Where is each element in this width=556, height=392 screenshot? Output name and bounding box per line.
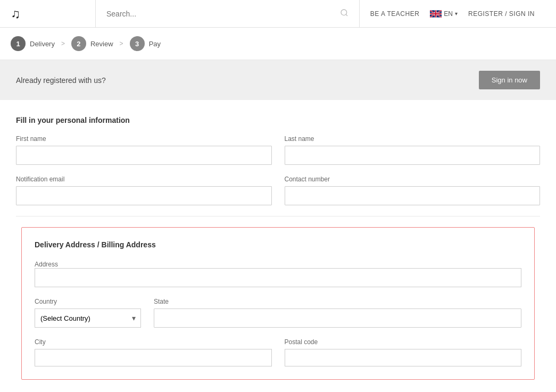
steps-bar: 1 Delivery > 2 Review > 3 Pay	[0, 28, 556, 60]
personal-info-section: Fill in your personal information First …	[16, 116, 540, 205]
name-row: First name Last name	[16, 135, 540, 165]
state-input[interactable]	[154, 308, 521, 328]
registered-banner: Already registered with us? Sign in now	[0, 60, 556, 100]
address-group: Address	[35, 260, 521, 298]
postal-code-input[interactable]	[285, 349, 522, 366]
be-teacher-link[interactable]: BE A TEACHER	[370, 10, 419, 18]
last-name-input[interactable]	[285, 146, 541, 165]
search-input[interactable]	[106, 10, 336, 18]
city-input[interactable]	[35, 349, 272, 366]
contact-number-input[interactable]	[285, 186, 541, 205]
svg-line-1	[346, 14, 347, 16]
address-section: Delivery Address / Billing Address Addre…	[21, 227, 535, 380]
city-postal-row: City Postal code	[35, 338, 521, 366]
step-2-label: Review	[90, 40, 113, 48]
contact-number-label: Contact number	[285, 176, 541, 183]
step-arrow-2: >	[120, 40, 123, 47]
sign-in-now-button[interactable]: Sign in now	[479, 71, 540, 89]
address-label: Address	[35, 261, 58, 268]
header: ♫ BE A TEACHER EN ▾ REGISTER / SIGN IN	[0, 0, 556, 28]
main-content: Fill in your personal information First …	[0, 100, 556, 392]
country-state-row: Country (Select Country) State	[35, 298, 521, 328]
city-group: City	[35, 338, 272, 366]
flag-icon	[430, 10, 442, 18]
postal-code-label: Postal code	[285, 338, 522, 346]
step-1-circle: 1	[11, 36, 26, 51]
section-divider	[16, 216, 540, 216]
logo-area: ♫	[11, 0, 96, 27]
state-group: State	[154, 298, 521, 328]
state-label: State	[154, 298, 521, 305]
register-signin-link[interactable]: REGISTER / SIGN IN	[468, 10, 535, 18]
address-input[interactable]	[35, 268, 521, 287]
svg-point-0	[341, 10, 347, 15]
step-2-circle: 2	[71, 36, 86, 51]
country-select-wrapper[interactable]: (Select Country)	[35, 308, 141, 328]
header-nav: BE A TEACHER EN ▾ REGISTER / SIGN IN	[360, 10, 545, 18]
language-selector[interactable]: EN ▾	[430, 10, 458, 18]
last-name-label: Last name	[285, 135, 541, 143]
language-chevron-icon: ▾	[455, 11, 458, 16]
step-1-label: Delivery	[30, 40, 55, 48]
city-label: City	[35, 338, 272, 346]
step-1: 1 Delivery	[11, 36, 55, 51]
country-select[interactable]: (Select Country)	[35, 308, 141, 328]
postal-group: Postal code	[285, 338, 522, 366]
first-name-label: First name	[16, 135, 272, 143]
step-arrow-1: >	[61, 40, 65, 47]
contact-group: Contact number	[285, 176, 541, 205]
registered-text: Already registered with us?	[16, 76, 106, 85]
step-3-circle: 3	[130, 36, 145, 51]
last-name-group: Last name	[285, 135, 541, 165]
music-logo-icon: ♫	[11, 6, 20, 21]
country-label: Country	[35, 298, 141, 305]
contact-row: Notification email Contact number	[16, 176, 540, 205]
notification-email-input[interactable]	[16, 186, 272, 205]
first-name-input[interactable]	[16, 146, 272, 165]
country-group: Country (Select Country)	[35, 298, 141, 328]
search-icon	[340, 9, 348, 19]
notification-email-label: Notification email	[16, 176, 272, 183]
first-name-group: First name	[16, 135, 272, 165]
step-3: 3 Pay	[130, 36, 161, 51]
search-bar[interactable]	[96, 0, 360, 27]
personal-info-title: Fill in your personal information	[16, 116, 540, 124]
email-group: Notification email	[16, 176, 272, 205]
step-2: 2 Review	[71, 36, 113, 51]
step-3-label: Pay	[149, 40, 161, 48]
language-label: EN	[444, 10, 453, 18]
address-section-title: Delivery Address / Billing Address	[35, 240, 521, 249]
